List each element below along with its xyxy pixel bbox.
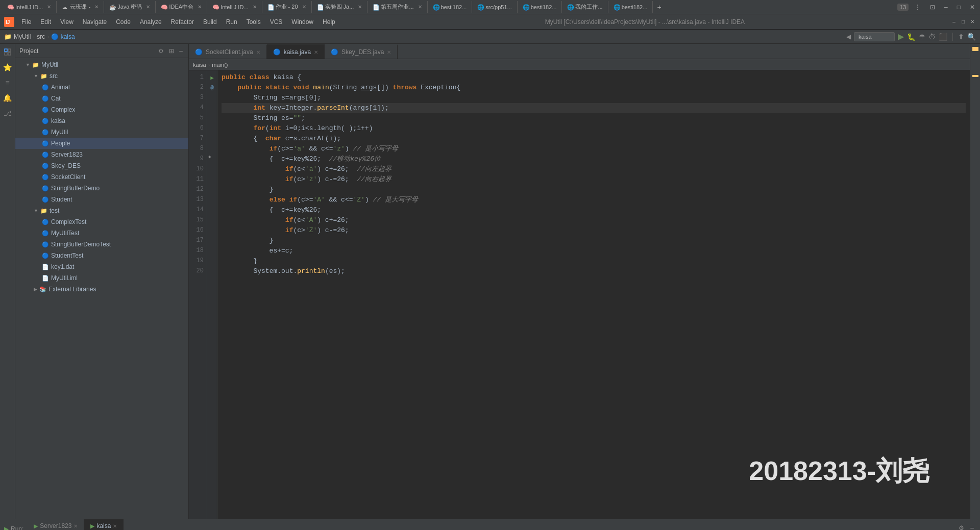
menu-window[interactable]: Window bbox=[287, 17, 317, 27]
browser-tab-besti3[interactable]: 🌐 besti182... bbox=[608, 1, 653, 13]
tree-test-folder[interactable]: ▼ 📁 test bbox=[15, 205, 188, 216]
browser-tab-intellij1[interactable]: 🧠 IntelliJ ID... ✕ bbox=[2, 1, 57, 13]
tree-file-myutiltest[interactable]: 🔵 MyUtilTest bbox=[15, 228, 188, 239]
breadcrumb-kaisa[interactable]: kaisa bbox=[193, 62, 206, 68]
tree-external-libs[interactable]: ▶ 📚 External Libraries bbox=[15, 284, 188, 295]
browser-tab-list-btn[interactable]: ⋮ bbox=[912, 3, 924, 12]
tree-file-studenttest[interactable]: 🔵 StudentTest bbox=[15, 250, 188, 261]
browser-maximize-btn[interactable]: □ bbox=[954, 3, 964, 12]
tree-file-socketclient[interactable]: 🔵 SocketClient bbox=[15, 171, 188, 183]
browser-tab-yunbanke[interactable]: ☁ 云班课 - ✕ bbox=[57, 1, 104, 13]
editor-tab-skey[interactable]: 🔵 Skey_DES.java ✕ bbox=[325, 44, 398, 59]
sidebar-structure-icon[interactable]: ≡ bbox=[2, 77, 14, 89]
toolbar-profile-btn[interactable]: ⏱ bbox=[928, 33, 936, 41]
tree-file-key1dat[interactable]: 📄 key1.dat bbox=[15, 261, 188, 272]
menu-edit[interactable]: Edit bbox=[36, 17, 55, 27]
browser-tab-close-7[interactable]: ✕ bbox=[358, 4, 362, 10]
bottom-panel-minimize-btn[interactable]: – bbox=[968, 523, 976, 530]
browser-tab-intellij2[interactable]: 🧠 IntelliJ ID... ✕ bbox=[207, 1, 262, 13]
code-editor[interactable]: 1 2 3 4 5 6 7 8 9 10 11 12 13 14 15 16 1… bbox=[189, 70, 970, 519]
editor-tab-close-kaisa[interactable]: ✕ bbox=[314, 49, 318, 55]
toolbar-coverage-btn[interactable]: ☂ bbox=[919, 33, 925, 41]
browser-restore-btn[interactable]: ⊡ bbox=[927, 3, 938, 12]
toolbar-breadcrumb-myutil[interactable]: MyUtil bbox=[14, 33, 31, 40]
browser-tab-close-8[interactable]: ✕ bbox=[418, 4, 422, 10]
tree-myutil-root[interactable]: ▼ 📁 MyUtil bbox=[15, 59, 188, 70]
tree-file-myutiliml[interactable]: 📄 MyUtil.iml bbox=[15, 272, 188, 284]
browser-minimize-btn[interactable]: – bbox=[941, 3, 951, 12]
editor-tab-kaisa[interactable]: 🔵 kaisa.java ✕ bbox=[267, 44, 325, 59]
tree-file-animal[interactable]: 🔵 Animal bbox=[15, 82, 188, 93]
browser-tab-hw[interactable]: 📄 作业 - 20 ✕ bbox=[262, 1, 312, 13]
browser-tab-week5[interactable]: 📄 第五周作业... ✕ bbox=[368, 1, 427, 13]
menu-refactor[interactable]: Refactor bbox=[167, 17, 198, 27]
project-layout-btn[interactable]: ⊞ bbox=[167, 46, 176, 56]
browser-tab-close-4[interactable]: ✕ bbox=[198, 4, 202, 10]
toolbar-breadcrumb-src[interactable]: src bbox=[37, 33, 45, 40]
editor-tab-socketclient[interactable]: 🔵 SocketClient.java ✕ bbox=[189, 44, 267, 59]
menu-analyze[interactable]: Analyze bbox=[136, 17, 166, 27]
project-settings-btn[interactable]: ⚙ bbox=[157, 46, 165, 56]
toolbar-debug-btn[interactable]: 🐛 bbox=[907, 33, 916, 41]
menu-help[interactable]: Help bbox=[318, 17, 339, 27]
sidebar-notifications-icon[interactable]: 🔔 bbox=[2, 92, 14, 104]
toolbar-vcs-btn[interactable]: ⬆ bbox=[958, 33, 964, 41]
menu-view[interactable]: View bbox=[56, 17, 78, 27]
server-tab-close[interactable]: ✕ bbox=[74, 523, 78, 529]
browser-tab-java[interactable]: ☕ Java 密码 ✕ bbox=[104, 1, 156, 13]
editor-tab-close-skey[interactable]: ✕ bbox=[387, 49, 391, 55]
browser-tab-work[interactable]: 🌐 我的工作... bbox=[562, 1, 608, 13]
ide-minimize-btn[interactable]: – bbox=[950, 18, 958, 26]
browser-tab-close-5[interactable]: ✕ bbox=[253, 4, 257, 10]
new-tab-button[interactable]: + bbox=[653, 3, 665, 11]
menu-navigate[interactable]: Navigate bbox=[79, 17, 111, 27]
tree-file-stringbuffertest[interactable]: 🔵 StringBufferDemoTest bbox=[15, 239, 188, 250]
ide-close-btn[interactable]: ✕ bbox=[969, 18, 976, 26]
toolbar-stop-btn[interactable]: ⬛ bbox=[939, 33, 947, 41]
breadcrumb-main[interactable]: main() bbox=[212, 62, 228, 68]
browser-tab-close-3[interactable]: ✕ bbox=[146, 4, 150, 10]
browser-tab-close-6[interactable]: ✕ bbox=[302, 4, 306, 10]
menu-vcs[interactable]: VCS bbox=[266, 17, 287, 27]
sidebar-bookmark-icon[interactable]: ⭐ bbox=[2, 61, 14, 73]
menu-build[interactable]: Build bbox=[199, 17, 221, 27]
tree-file-complextest[interactable]: 🔵 ComplexTest bbox=[15, 216, 188, 228]
menu-file[interactable]: File bbox=[17, 17, 35, 27]
browser-tab-src[interactable]: 🌐 src/pp51... bbox=[472, 1, 517, 13]
sidebar-git-icon[interactable]: ⎇ bbox=[2, 107, 14, 119]
tree-file-cat[interactable]: 🔵 Cat bbox=[15, 93, 188, 104]
browser-tab-lab[interactable]: 📄 实验四 Ja... ✕ bbox=[312, 1, 368, 13]
menu-tools[interactable]: Tools bbox=[242, 17, 265, 27]
tree-file-skey-des[interactable]: 🔵 Skey_DES bbox=[15, 160, 188, 171]
code-content[interactable]: public class kaisa { public static void … bbox=[217, 70, 970, 519]
toolbar-run-btn[interactable]: ▶ bbox=[898, 32, 904, 41]
browser-tab-besti2[interactable]: 🌐 besti182... bbox=[518, 1, 562, 13]
bottom-tab-kaisa[interactable]: ▶ kaisa ✕ bbox=[84, 519, 124, 530]
browser-tab-besti1[interactable]: 🌐 besti182... bbox=[428, 1, 473, 13]
sidebar-project-icon[interactable] bbox=[2, 46, 14, 58]
toolbar-search-back-btn[interactable]: ◀ bbox=[846, 33, 851, 40]
tree-file-server1823[interactable]: 🔵 Server1823 bbox=[15, 149, 188, 160]
browser-tab-idea[interactable]: 🧠 IDEA中台 ✕ bbox=[156, 1, 207, 13]
tree-src-folder[interactable]: ▼ 📁 src bbox=[15, 70, 188, 82]
browser-tab-close-2[interactable]: ✕ bbox=[94, 4, 99, 10]
browser-tab-close-1[interactable]: ✕ bbox=[47, 4, 51, 10]
bottom-panel-settings-btn[interactable]: ⚙ bbox=[957, 523, 966, 530]
editor-tab-close-socketclient[interactable]: ✕ bbox=[256, 49, 260, 55]
run-config-input[interactable] bbox=[854, 32, 895, 41]
bottom-tab-server1823[interactable]: ▶ Server1823 ✕ bbox=[28, 519, 84, 530]
menu-run[interactable]: Run bbox=[222, 17, 241, 27]
toolbar-breadcrumb-kaisa[interactable]: 🔵 kaisa bbox=[51, 33, 75, 40]
tree-file-people[interactable]: 🔵 People bbox=[15, 138, 188, 149]
kaisa-tab-close[interactable]: ✕ bbox=[113, 523, 117, 529]
project-close-btn[interactable]: – bbox=[178, 46, 184, 56]
tree-file-stringbuffer[interactable]: 🔵 StringBufferDemo bbox=[15, 183, 188, 194]
tree-file-kaisa[interactable]: 🔵 kaisa bbox=[15, 115, 188, 127]
browser-close-btn[interactable]: ✕ bbox=[967, 3, 978, 12]
tree-file-myutil[interactable]: 🔵 MyUtil bbox=[15, 127, 188, 138]
ide-restore-btn[interactable]: □ bbox=[960, 18, 967, 26]
tree-file-complex[interactable]: 🔵 Complex bbox=[15, 104, 188, 115]
menu-code[interactable]: Code bbox=[112, 17, 135, 27]
tree-file-student[interactable]: 🔵 Student bbox=[15, 194, 188, 205]
toolbar-search-btn2[interactable]: 🔍 bbox=[967, 33, 976, 41]
